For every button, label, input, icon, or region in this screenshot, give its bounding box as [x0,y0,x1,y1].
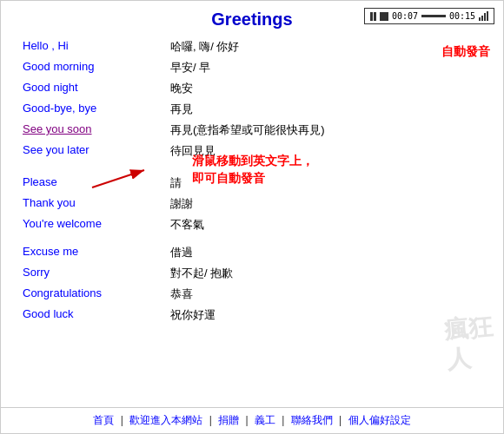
footer-link-contact[interactable]: 聯絡我們 [291,414,333,426]
chinese-cell: 祝你好運 [166,305,486,326]
table-row: Hello , Hi 哈囉, 嗨/ 你好 [18,36,486,57]
chinese-cell: 謝謝 [166,194,486,214]
table-row: You're welcome 不客氣 [18,214,486,235]
table-row: Good night 晚安 [18,78,486,99]
footer-link-settings[interactable]: 個人偏好設定 [348,414,411,426]
see-you-soon-cell[interactable]: See you soon [18,120,166,141]
english-cell[interactable]: Congratulations [18,284,166,305]
english-cell[interactable]: You're welcome [18,214,166,235]
main-content: Greetings 00:07 00:15 [1,1,503,407]
page-wrapper: Greetings 00:07 00:15 [1,1,503,433]
stop-icon[interactable] [380,12,388,21]
english-cell[interactable]: Excuse me [18,242,166,263]
time-display: 00:07 [392,11,418,21]
chinese-cell: 不客氣 [166,214,486,235]
chinese-cell: 再見 [166,99,486,120]
audio-player[interactable]: 00:07 00:15 [364,8,494,24]
english-cell[interactable]: Thank you [18,194,166,214]
pause-icon[interactable] [370,12,376,21]
chinese-cell: 再見(意指希望或可能很快再見) [166,120,486,141]
chinese-cell: 恭喜 [166,284,486,305]
footer-link-volunteer[interactable]: 義工 [255,414,275,426]
chinese-cell: 對不起/ 抱歉 [166,263,486,284]
table-row: Good luck 祝你好運 [18,305,486,326]
table-row: Good morning 早安/ 早 [18,57,486,78]
chinese-cell: 晚安 [166,78,486,99]
table-row: Good-bye, bye 再見 [18,99,486,120]
mouse-tooltip: 滑鼠移動到英文字上， 即可自動發音 [192,153,314,187]
english-cell[interactable]: Good night [18,78,166,99]
chinese-cell: 哈囉, 嗨/ 你好 [166,36,486,57]
footer-link-welcome[interactable]: 歡迎進入本網站 [129,414,202,426]
svg-line-1 [92,170,144,187]
english-cell[interactable]: Hello , Hi [18,36,166,57]
progress-bar[interactable] [421,15,446,17]
chinese-cell: 早安/ 早 [166,57,486,78]
table-row: Congratulations 恭喜 [18,284,486,305]
footer-link-home[interactable]: 首頁 [93,414,114,426]
english-cell[interactable]: Good-bye, bye [18,99,166,120]
arrow-decoration [88,166,157,195]
footer-link-donate[interactable]: 捐贈 [218,414,239,426]
section-divider [18,235,486,242]
english-cell[interactable]: Good luck [18,305,166,326]
english-cell[interactable]: Good morning [18,57,166,78]
table-row: Thank you 謝謝 [18,194,486,214]
table-row: See you soon 再見(意指希望或可能很快再見) [18,120,486,141]
auto-pronunciation-label: 自動發音 [441,44,490,60]
total-time: 00:15 [449,11,475,21]
english-cell[interactable]: Sorry [18,263,166,284]
table-row: Excuse me 借過 [18,242,486,263]
table-row: Sorry 對不起/ 抱歉 [18,263,486,284]
volume-icon[interactable] [479,11,488,21]
chinese-cell: 借過 [166,242,486,263]
english-cell[interactable]: See you later [18,141,166,161]
footer: 首頁 | 歡迎進入本網站 | 捐贈 | 義工 | 聯絡我們 | 個人偏好設定 [1,407,503,433]
